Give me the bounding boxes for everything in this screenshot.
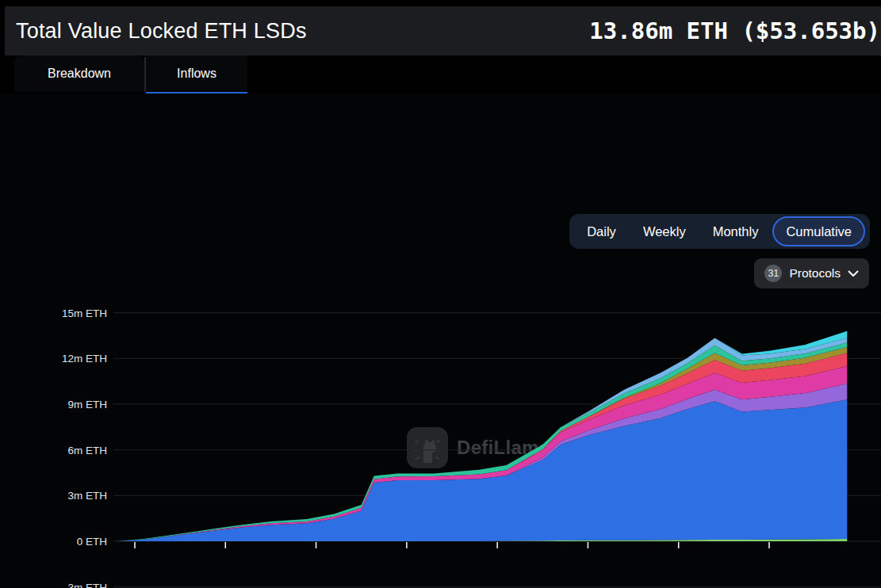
page-title: Total Value Locked ETH LSDs <box>16 19 307 44</box>
y-axis-label: 6m ETH <box>67 445 107 456</box>
range-option-cumulative[interactable]: Cumulative <box>772 216 865 246</box>
stacked-area-chart[interactable]: 15m ETH12m ETH9m ETH6m ETH3m ETH0 ETH-3m… <box>0 292 881 588</box>
tvl-eth-lsds-dashboard: Total Value Locked ETH LSDs 13.86m ETH (… <box>0 0 881 588</box>
total-value-locked: 13.86m ETH ($53.653b) <box>589 17 880 44</box>
x-axis: 2021Jul2022Jul2023Jul2024Jul <box>123 542 776 588</box>
tab-bar: Breakdown Inflows <box>5 55 881 94</box>
chevron-down-icon <box>848 270 859 277</box>
range-segmented-control: Daily Weekly Monthly Cumulative <box>569 214 870 249</box>
protocols-dropdown-button[interactable]: 31 Protocols <box>754 258 869 288</box>
range-option-daily[interactable]: Daily <box>573 218 630 245</box>
tab-breakdown[interactable]: Breakdown <box>14 55 144 92</box>
tab-inflows-label: Inflows <box>177 67 216 81</box>
protocols-count-badge: 31 <box>764 265 782 282</box>
range-option-monthly[interactable]: Monthly <box>699 218 772 245</box>
range-option-weekly[interactable]: Weekly <box>630 218 699 245</box>
y-axis-label: -3m ETH <box>64 582 107 588</box>
tab-inflows[interactable]: Inflows <box>146 55 247 94</box>
header-bar: Total Value Locked ETH LSDs 13.86m ETH (… <box>5 6 881 55</box>
y-axis-label: 12m ETH <box>62 353 107 365</box>
protocols-label: Protocols <box>789 266 841 281</box>
y-axis-label: 15m ETH <box>62 307 107 319</box>
tab-breakdown-label: Breakdown <box>48 67 111 81</box>
y-axis-label: 3m ETH <box>67 490 107 502</box>
chart-card: Daily Weekly Monthly Cumulative 31 Proto… <box>0 94 881 588</box>
y-axis-label: 0 ETH <box>77 536 107 548</box>
y-axis-label: 9m ETH <box>67 399 107 410</box>
